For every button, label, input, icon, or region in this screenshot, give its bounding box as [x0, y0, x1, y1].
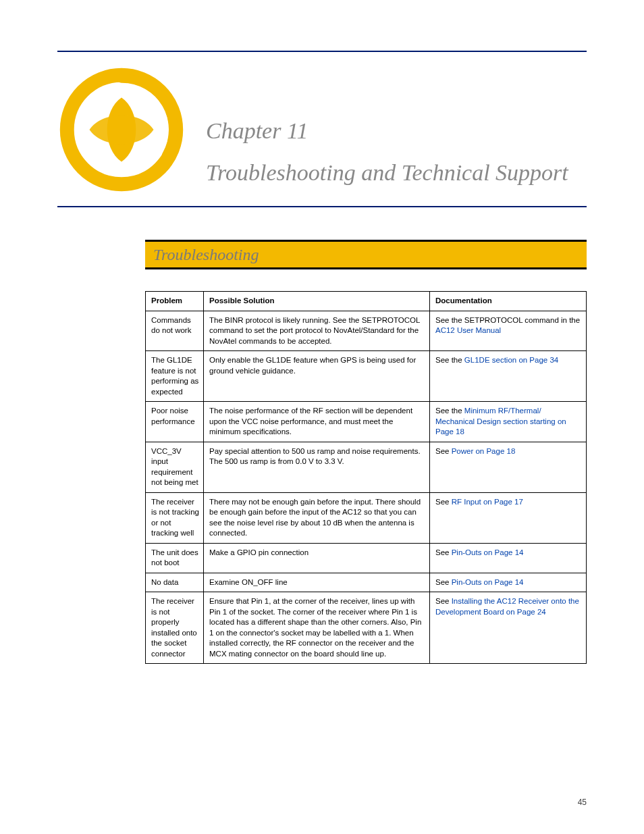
cell-problem: The receiver is not tracking or not trac…	[146, 492, 204, 543]
cell-documentation: See RF Input on Page 17	[430, 492, 587, 543]
table-row: The receiver is not properly installed o…	[146, 592, 587, 664]
cell-documentation: See Power on Page 18	[430, 442, 587, 492]
doc-link[interactable]: RF Input on Page 17	[452, 498, 523, 506]
top-rule	[57, 51, 587, 52]
doc-link[interactable]: AC12 User Manual	[435, 326, 501, 334]
table-row: The receiver is not tracking or not trac…	[146, 492, 587, 543]
cell-documentation: See Pin-Outs on Page 14	[430, 543, 587, 573]
header-row: Chapter 11 Troubleshooting and Technical…	[57, 66, 587, 194]
page-number: 45	[578, 798, 587, 807]
cell-documentation: See Pin-Outs on Page 14	[430, 573, 587, 592]
globe-logo-icon	[57, 66, 186, 194]
doc-text: See	[435, 597, 452, 605]
cell-problem: Commands do not work	[146, 311, 204, 351]
section-title: Troubleshooting	[153, 246, 259, 264]
cell-solution: The noise performance of the RF section …	[204, 402, 430, 442]
table-row: VCC_3V input requirement not being metPa…	[146, 442, 587, 492]
cell-solution: The BINR protocol is likely running. See…	[204, 311, 430, 351]
cell-problem: VCC_3V input requirement not being met	[146, 442, 204, 492]
cell-documentation: See the GL1DE section on Page 34	[430, 351, 587, 402]
table-row: Poor noise performanceThe noise performa…	[146, 402, 587, 442]
doc-text: See	[435, 498, 452, 506]
cell-documentation: See the Minimum RF/Thermal/ Mechanical D…	[430, 402, 587, 442]
cell-solution: Ensure that Pin 1, at the corner of the …	[204, 592, 430, 664]
doc-text: See the SETPROTOCOL command in the	[435, 316, 580, 324]
cell-solution: Pay special attention to 500 us ramp and…	[204, 442, 430, 492]
col-header-documentation: Documentation	[430, 292, 587, 311]
cell-problem: The unit does not boot	[146, 543, 204, 573]
doc-link[interactable]: GL1DE section on Page 34	[464, 356, 558, 364]
cell-solution: Examine ON_OFF line	[204, 573, 430, 592]
doc-text: See	[435, 578, 452, 586]
doc-text: See	[435, 548, 452, 556]
cell-solution: Make a GPIO pin connection	[204, 543, 430, 573]
doc-link[interactable]: Pin-Outs on Page 14	[452, 548, 524, 556]
doc-text: See	[435, 447, 452, 455]
doc-text: See the	[435, 407, 464, 415]
cell-problem: The receiver is not properly installed o…	[146, 592, 204, 664]
cell-documentation: See the SETPROTOCOL command in the AC12 …	[430, 311, 587, 351]
cell-problem: No data	[146, 573, 204, 592]
table-row: The unit does not bootMake a GPIO pin co…	[146, 543, 587, 573]
col-header-problem: Problem	[146, 292, 204, 311]
bottom-rule	[57, 206, 587, 207]
cell-documentation: See Installing the AC12 Receiver onto th…	[430, 592, 587, 664]
chapter-title: Troubleshooting and Technical Support	[206, 159, 587, 188]
doc-text: See the	[435, 356, 464, 364]
table-header-row: Problem Possible Solution Documentation	[146, 292, 587, 311]
troubleshooting-table: Problem Possible Solution Documentation …	[145, 291, 587, 664]
section-heading: Troubleshooting	[145, 240, 587, 269]
chapter-label: Chapter 11	[206, 118, 587, 144]
doc-link[interactable]: Installing the AC12 Receiver onto the De…	[435, 597, 579, 616]
table-row: No dataExamine ON_OFF lineSee Pin-Outs o…	[146, 573, 587, 592]
cell-solution: There may not be enough gain before the …	[204, 492, 430, 543]
doc-link[interactable]: Power on Page 18	[452, 447, 516, 455]
table-row: The GL1DE feature is not performing as e…	[146, 351, 587, 402]
cell-solution: Only enable the GL1DE feature when GPS i…	[204, 351, 430, 402]
cell-problem: The GL1DE feature is not performing as e…	[146, 351, 204, 402]
table-row: Commands do not workThe BINR protocol is…	[146, 311, 587, 351]
cell-problem: Poor noise performance	[146, 402, 204, 442]
col-header-solution: Possible Solution	[204, 292, 430, 311]
doc-link[interactable]: Pin-Outs on Page 14	[452, 578, 524, 586]
